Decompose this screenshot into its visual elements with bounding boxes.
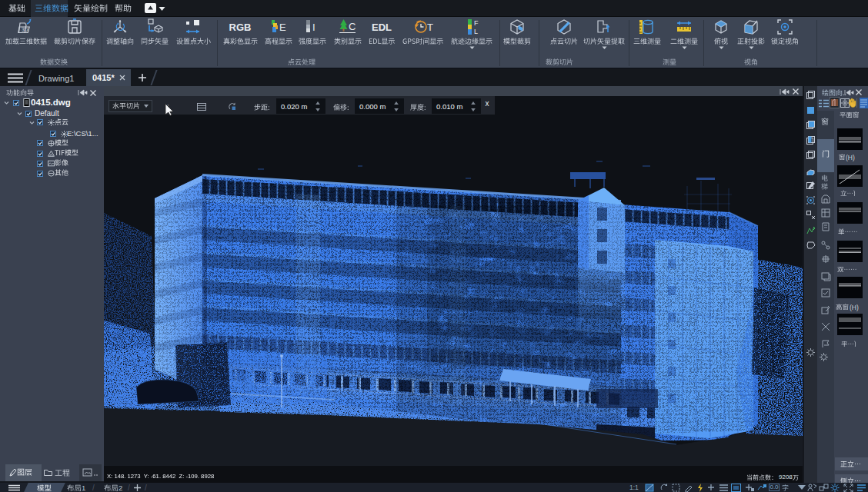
svg-text:I: I	[312, 22, 315, 33]
svg-text:RGB: RGB	[229, 22, 252, 33]
svg-text:L: L	[474, 28, 478, 35]
svg-text:3D: 3D	[22, 27, 28, 32]
svg-text:T: T	[427, 22, 433, 33]
svg-text:EDL: EDL	[372, 22, 392, 33]
svg-text:C: C	[349, 21, 356, 32]
svg-text:F: F	[474, 19, 479, 27]
svg-text:E: E	[279, 22, 286, 33]
